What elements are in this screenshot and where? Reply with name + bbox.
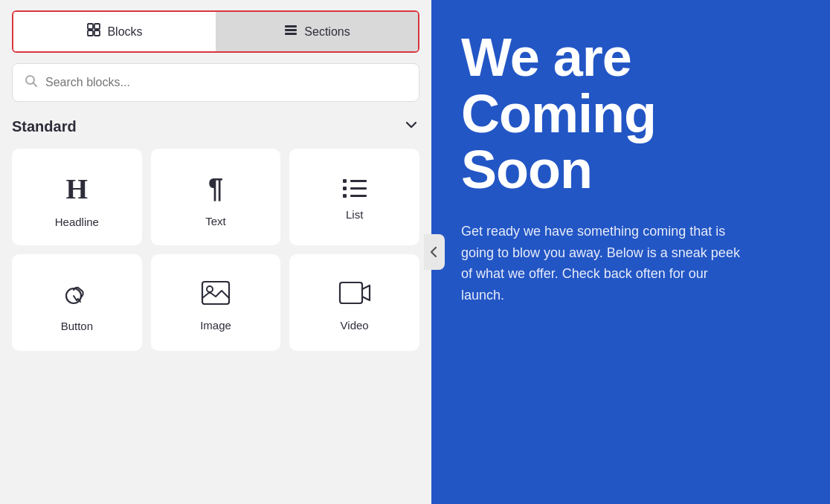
svg-rect-6 — [285, 33, 297, 35]
blocks-grid: H Headline ¶ Text List — [0, 149, 431, 351]
svg-rect-1 — [94, 24, 100, 29]
search-container — [12, 63, 419, 102]
image-icon — [201, 280, 231, 308]
block-label-image: Image — [200, 319, 231, 332]
tab-blocks-label: Blocks — [107, 25, 142, 39]
button-icon — [63, 280, 90, 309]
search-box — [12, 63, 419, 102]
tab-sections[interactable]: Sections — [216, 12, 418, 51]
svg-rect-3 — [94, 30, 100, 36]
left-panel: Blocks Sections Sta — [0, 0, 431, 504]
block-item-image[interactable]: Image — [151, 254, 281, 351]
svg-rect-5 — [285, 29, 297, 31]
right-panel: We are Coming Soon Get ready we have som… — [431, 0, 830, 504]
block-label-headline: Headline — [55, 216, 99, 228]
list-icon — [343, 179, 367, 198]
block-label-list: List — [346, 208, 363, 221]
block-label-button: Button — [61, 320, 93, 332]
svg-rect-0 — [88, 24, 93, 29]
headline-icon: H — [66, 172, 89, 205]
blocks-tab-icon — [86, 22, 101, 41]
collapse-panel-button[interactable] — [424, 234, 445, 270]
block-label-video: Video — [341, 319, 369, 332]
chevron-down-icon[interactable] — [403, 117, 419, 137]
search-input[interactable] — [45, 76, 407, 89]
svg-rect-4 — [285, 25, 297, 28]
block-item-list[interactable]: List — [289, 149, 419, 245]
standard-header: Standard — [0, 117, 431, 149]
sections-tab-icon — [283, 22, 298, 41]
block-item-text[interactable]: ¶ Text — [151, 149, 281, 245]
hero-title: We are Coming Soon — [461, 30, 800, 198]
block-item-headline[interactable]: H Headline — [12, 149, 142, 245]
tabs-container: Blocks Sections — [12, 10, 419, 53]
text-icon: ¶ — [208, 173, 223, 204]
block-label-text: Text — [205, 215, 226, 227]
video-icon — [338, 280, 371, 308]
svg-rect-12 — [340, 282, 362, 303]
block-item-button[interactable]: Button — [12, 254, 142, 351]
svg-rect-10 — [202, 282, 229, 304]
svg-rect-2 — [88, 30, 93, 36]
standard-label: Standard — [12, 118, 77, 135]
svg-point-11 — [207, 286, 213, 292]
search-icon — [25, 74, 38, 91]
svg-line-8 — [33, 83, 37, 87]
tab-sections-label: Sections — [304, 25, 350, 39]
hero-description: Get ready we have something coming that … — [461, 221, 744, 306]
tab-blocks[interactable]: Blocks — [13, 12, 216, 51]
block-item-video[interactable]: Video — [289, 254, 419, 351]
